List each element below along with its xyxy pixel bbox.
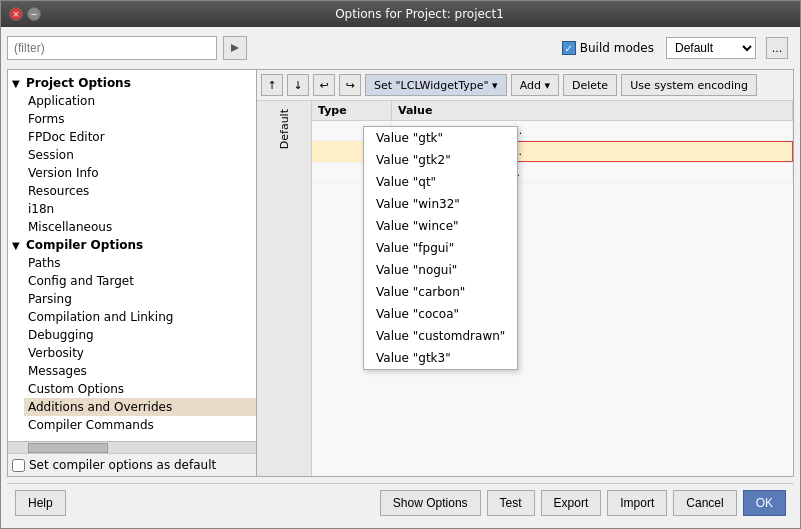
redo-btn[interactable]: ↪ <box>339 74 361 96</box>
filter-input[interactable] <box>7 36 217 60</box>
dropdown-item-wince[interactable]: Value "wince" <box>364 215 517 237</box>
build-modes-select[interactable]: Default <box>666 37 756 59</box>
help-btn[interactable]: Help <box>15 490 66 516</box>
tree-item-parsing[interactable]: Parsing <box>24 290 256 308</box>
dropdown-item-qt[interactable]: Value "qt" <box>364 171 517 193</box>
dropdown-item-carbon[interactable]: Value "carbon" <box>364 281 517 303</box>
lclwidgettype-dropdown: Value "gtk" Value "gtk2" Value "qt" Valu… <box>363 126 518 370</box>
tree-item-label: Additions and Overrides <box>28 400 172 414</box>
left-bottom: Set compiler options as default <box>8 453 256 476</box>
tree-item-debugging[interactable]: Debugging <box>24 326 256 344</box>
tree-item-application[interactable]: Application <box>24 92 256 110</box>
tree-item-label: i18n <box>28 202 54 216</box>
build-modes-ellipsis-btn[interactable]: ... <box>766 37 788 59</box>
set-default-label: Set compiler options as default <box>29 458 216 472</box>
tree-item-additions-overrides[interactable]: Additions and Overrides <box>24 398 256 416</box>
tree-children-project: Application Forms FPDoc Editor Session V <box>8 92 256 236</box>
test-btn[interactable]: Test <box>487 490 535 516</box>
dropdown-item-gtk3[interactable]: Value "gtk3" <box>364 347 517 369</box>
move-down-btn[interactable]: ↓ <box>287 74 309 96</box>
tree-root-compiler[interactable]: ▼ Compiler Options <box>8 236 256 254</box>
dropdown-item-gtk2[interactable]: Value "gtk2" <box>364 149 517 171</box>
tree-item-custom-options[interactable]: Custom Options <box>24 380 256 398</box>
table-header: Type Value <box>312 101 793 121</box>
tree-item-label: Messages <box>28 364 87 378</box>
vertical-default-label: Default <box>276 105 293 153</box>
dropdown-item-nogui[interactable]: Value "nogui" <box>364 259 517 281</box>
tree-item-label: FPDoc Editor <box>28 130 105 144</box>
expand-icon: ▼ <box>12 78 24 89</box>
tree-children-compiler: Paths Config and Target Parsing Compilat… <box>8 254 256 434</box>
bottom-right: Show Options Test Export Import Cancel O… <box>380 490 786 516</box>
left-panel: ▼ Project Options Application Forms FPDo… <box>7 69 257 477</box>
th-type: Type <box>312 101 392 120</box>
main-content: ✓ Build modes Default ... ▼ Project Opti… <box>1 27 800 528</box>
tree-item-label: Compilation and Linking <box>28 310 173 324</box>
undo-btn[interactable]: ↩ <box>313 74 335 96</box>
tree-item-session[interactable]: Session <box>24 146 256 164</box>
tree-item-compilation-linking[interactable]: Compilation and Linking <box>24 308 256 326</box>
horizontal-scrollbar[interactable] <box>8 441 256 453</box>
tree-item-compiler-commands[interactable]: Compiler Commands <box>24 416 256 434</box>
vertical-default-col: Default <box>257 101 312 476</box>
bottom-bar: Help Show Options Test Export Import Can… <box>7 483 794 522</box>
right-panel: ↑ ↓ ↩ ↪ Set "LCLWidgetType" ▾ Add ▾ Dele… <box>257 69 794 477</box>
build-modes-checkbox[interactable]: ✓ <box>562 41 576 55</box>
tree-item-config-target[interactable]: Config and Target <box>24 272 256 290</box>
set-lclwidgettype-btn[interactable]: Set "LCLWidgetType" ▾ <box>365 74 507 96</box>
show-options-btn[interactable]: Show Options <box>380 490 481 516</box>
tree-compiler-label: Compiler Options <box>26 238 143 252</box>
export-btn[interactable]: Export <box>541 490 602 516</box>
tree-item-label: Parsing <box>28 292 72 306</box>
tree-item-label: Version Info <box>28 166 99 180</box>
cancel-btn[interactable]: Cancel <box>673 490 736 516</box>
tree-item-paths[interactable]: Paths <box>24 254 256 272</box>
move-up-btn[interactable]: ↑ <box>261 74 283 96</box>
dropdown-item-customdrawn[interactable]: Value "customdrawn" <box>364 325 517 347</box>
dropdown-item-win32[interactable]: Value "win32" <box>364 193 517 215</box>
tree-item-messages[interactable]: Messages <box>24 362 256 380</box>
th-value: Value <box>392 101 793 120</box>
import-btn[interactable]: Import <box>607 490 667 516</box>
close-btn[interactable]: × <box>9 7 23 21</box>
tree-area: ▼ Project Options Application Forms FPDo… <box>8 70 256 441</box>
bottom-left: Help <box>15 490 66 516</box>
dropdown-item-cocoa[interactable]: Value "cocoa" <box>364 303 517 325</box>
delete-btn[interactable]: Delete <box>563 74 617 96</box>
titlebar-buttons: × − <box>9 7 41 21</box>
tree-item-fpdoc[interactable]: FPDoc Editor <box>24 128 256 146</box>
ok-btn[interactable]: OK <box>743 490 786 516</box>
tree-item-label: Custom Options <box>28 382 124 396</box>
tree-item-label: Resources <box>28 184 89 198</box>
titlebar: × − Options for Project: project1 <box>1 1 800 27</box>
filter-clear-btn[interactable] <box>223 36 247 60</box>
body-area: ▼ Project Options Application Forms FPDo… <box>7 69 794 477</box>
filter-row <box>7 36 247 60</box>
tree-item-label: Application <box>28 94 95 108</box>
minimize-btn[interactable]: − <box>27 7 41 21</box>
set-default-checkbox[interactable] <box>12 459 25 472</box>
tree-item-versioninfo[interactable]: Version Info <box>24 164 256 182</box>
tree-root-project[interactable]: ▼ Project Options <box>8 74 256 92</box>
tree-item-label: Paths <box>28 256 61 270</box>
tree-root-label: Project Options <box>26 76 131 90</box>
tree-item-forms[interactable]: Forms <box>24 110 256 128</box>
tree-item-label: Forms <box>28 112 64 126</box>
scrollbar-thumb[interactable] <box>28 443 108 453</box>
svg-marker-0 <box>231 44 239 52</box>
tree-item-verbosity[interactable]: Verbosity <box>24 344 256 362</box>
build-modes-label: Build modes <box>580 41 654 55</box>
tree-item-resources[interactable]: Resources <box>24 182 256 200</box>
add-btn[interactable]: Add ▾ <box>511 74 559 96</box>
tree-item-label: Verbosity <box>28 346 84 360</box>
table-split: Default Type Value Stored in IDE (enviro… <box>257 101 793 476</box>
tree-item-i18n[interactable]: i18n <box>24 200 256 218</box>
build-modes-checkbox-label: ✓ Build modes <box>562 41 654 55</box>
tree-item-miscellaneous[interactable]: Miscellaneous <box>24 218 256 236</box>
dropdown-item-gtk[interactable]: Value "gtk" <box>364 127 517 149</box>
tree-item-label: Miscellaneous <box>28 220 112 234</box>
right-toolbar: ↑ ↓ ↩ ↪ Set "LCLWidgetType" ▾ Add ▾ Dele… <box>257 70 793 101</box>
dropdown-item-fpgui[interactable]: Value "fpgui" <box>364 237 517 259</box>
window-title: Options for Project: project1 <box>47 7 792 21</box>
use-system-encoding-btn[interactable]: Use system encoding <box>621 74 757 96</box>
